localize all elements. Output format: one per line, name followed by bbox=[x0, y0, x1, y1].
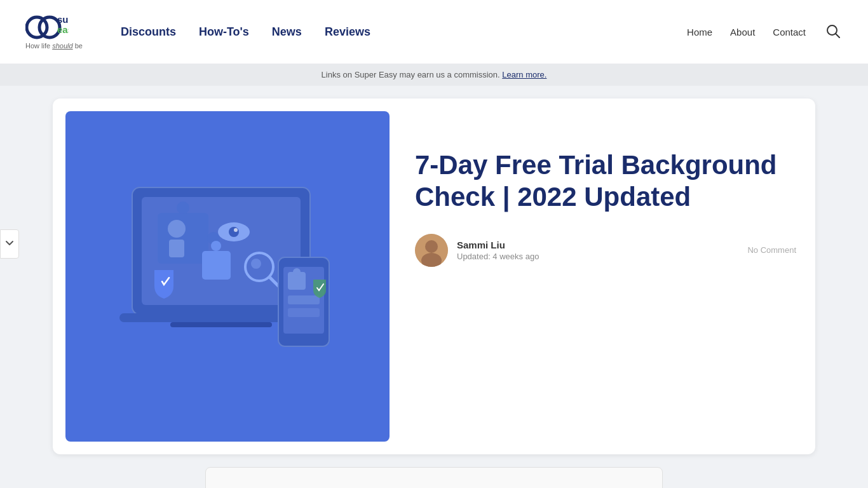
header-left: super easy How life should be Discounts … bbox=[25, 14, 370, 50]
no-comment: No Comment bbox=[747, 245, 796, 255]
logo-tagline-should: should bbox=[52, 42, 72, 50]
article-hero-image bbox=[65, 111, 390, 442]
search-button[interactable] bbox=[824, 22, 843, 43]
learn-more-link[interactable]: Learn more. bbox=[502, 70, 546, 79]
nav-reviews[interactable]: Reviews bbox=[325, 25, 370, 39]
article-title: 7-Day Free Trial Background Check | 2022… bbox=[415, 149, 796, 214]
svg-rect-28 bbox=[288, 308, 320, 317]
commission-bar: Links on Super Easy may earn us a commis… bbox=[0, 64, 868, 86]
header-right: Home About Contact bbox=[687, 22, 843, 43]
logo-mark: super easy bbox=[25, 14, 69, 41]
svg-rect-9 bbox=[170, 322, 272, 327]
hero-illustration bbox=[94, 168, 361, 384]
author-avatar-image bbox=[415, 234, 448, 267]
nav-howtos[interactable]: How-To's bbox=[199, 25, 249, 39]
svg-text:easy: easy bbox=[57, 24, 69, 35]
header: super easy How life should be Discounts … bbox=[0, 0, 868, 64]
author-updated: Updated: 4 weeks ago bbox=[457, 252, 738, 261]
svg-point-30 bbox=[425, 240, 438, 253]
logo-icon: super easy bbox=[25, 14, 69, 41]
svg-point-26 bbox=[293, 268, 301, 276]
svg-text:super: super bbox=[57, 14, 69, 25]
nav-discounts[interactable]: Discounts bbox=[121, 25, 176, 39]
main-content: 7-Day Free Trial Background Check | 2022… bbox=[27, 86, 841, 488]
nav-news[interactable]: News bbox=[272, 25, 302, 39]
author-details: Sammi Liu Updated: 4 weeks ago bbox=[457, 240, 738, 261]
svg-point-16 bbox=[229, 227, 239, 237]
svg-point-20 bbox=[251, 259, 261, 269]
logo-tagline: How life should be bbox=[25, 42, 83, 50]
commission-text: Links on Super Easy may earn us a commis… bbox=[322, 70, 503, 79]
main-nav: Discounts How-To's News Reviews bbox=[121, 25, 370, 39]
author-name: Sammi Liu bbox=[457, 240, 738, 250]
author-avatar bbox=[415, 234, 448, 267]
search-widget: Background Search by Name Search Now bbox=[205, 467, 663, 488]
collapse-button[interactable] bbox=[0, 229, 19, 259]
svg-line-5 bbox=[836, 34, 839, 37]
nav-home[interactable]: Home bbox=[687, 27, 712, 37]
svg-rect-21 bbox=[202, 251, 231, 280]
search-icon bbox=[826, 24, 840, 38]
svg-point-17 bbox=[234, 228, 238, 232]
svg-point-13 bbox=[168, 220, 186, 238]
svg-rect-14 bbox=[169, 240, 184, 257]
chevron-down-icon bbox=[4, 238, 15, 248]
svg-rect-27 bbox=[288, 295, 320, 304]
author-row: Sammi Liu Updated: 4 weeks ago No Commen… bbox=[415, 234, 796, 267]
svg-point-11 bbox=[177, 201, 189, 214]
nav-about[interactable]: About bbox=[730, 27, 755, 37]
svg-point-22 bbox=[211, 241, 221, 251]
logo[interactable]: super easy How life should be bbox=[25, 14, 83, 50]
article-card: 7-Day Free Trial Background Check | 2022… bbox=[53, 98, 815, 454]
article-info: 7-Day Free Trial Background Check | 2022… bbox=[415, 111, 796, 272]
nav-contact[interactable]: Contact bbox=[773, 27, 806, 37]
